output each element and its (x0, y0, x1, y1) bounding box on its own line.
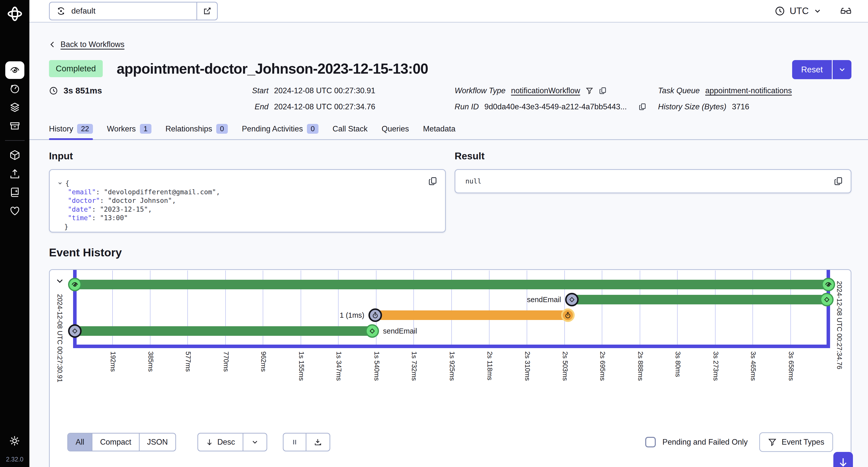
start-value: 2024-12-08 UTC 00:27:30.91 (274, 86, 375, 95)
tab-metadata[interactable]: Metadata (423, 124, 455, 139)
start-time: Start 2024-12-08 UTC 00:27:30.91 (244, 86, 375, 95)
namespace-open-button[interactable] (196, 2, 217, 20)
time-axis-tick-label: 3s 465ms (749, 351, 757, 381)
timeline-bar-sendEmail-1 (75, 326, 372, 336)
event-marker-eye-icon[interactable] (68, 278, 82, 291)
labs-mode-button[interactable] (840, 5, 852, 17)
copy-icon[interactable] (639, 103, 647, 111)
tab-count-badge: 0 (307, 124, 318, 134)
tab-workers[interactable]: Workers1 (107, 124, 151, 139)
collapse-chevron-icon[interactable] (57, 180, 63, 186)
filter-funnel-icon (768, 438, 777, 446)
sidebar-item-workflows[interactable] (5, 61, 24, 79)
event-marker-diamond-icon[interactable] (565, 293, 579, 307)
timeline-row-label: 1 (1ms) (340, 311, 364, 319)
time-axis-tick-label: 1s 732ms (410, 351, 418, 381)
chevron-down-icon (813, 7, 822, 15)
view-mode-compact[interactable]: Compact (92, 434, 140, 451)
namespace-selector: default (49, 2, 218, 20)
timeline-collapse-chevron-icon[interactable] (55, 276, 65, 286)
tab-label: History (49, 124, 73, 134)
sort-desc-button[interactable]: Desc (198, 434, 243, 451)
result-value: null (465, 177, 482, 186)
arrow-down-icon (838, 457, 848, 467)
playback-export-control (283, 433, 330, 451)
sidebar-item-docs[interactable] (5, 183, 24, 201)
sidebar-item-feedback[interactable] (5, 202, 24, 220)
event-marker-stopwatch-icon[interactable] (561, 309, 575, 322)
view-mode-json[interactable]: JSON (140, 434, 176, 451)
input-result-section: Input {"email": "devolopdifferent@gmail.… (49, 151, 851, 233)
upload-icon (9, 168, 21, 179)
workflow-metadata: 3s 851ms Start 2024-12-08 UTC 00:27:30.9… (49, 85, 851, 119)
sort-options-caret[interactable] (243, 434, 267, 451)
tab-call-stack[interactable]: Call Stack (333, 124, 368, 139)
reset-button[interactable]: Reset (792, 60, 832, 79)
event-marker-eye-icon[interactable] (822, 278, 835, 291)
json-key: "doctor" (68, 197, 100, 204)
time-axis-tick-label: 2s 695ms (598, 351, 606, 381)
chevron-down-icon (251, 438, 259, 446)
status-badge: Completed (49, 60, 103, 77)
tab-label: Pending Activities (242, 124, 303, 134)
pause-button[interactable] (284, 434, 306, 451)
cube-icon (9, 149, 21, 161)
json-value: : "2023-12-15", (92, 205, 152, 213)
event-marker-diamond-icon[interactable] (366, 324, 379, 338)
sidebar-item-namespaces[interactable] (5, 146, 24, 164)
end-time: End 2024-12-08 UTC 00:27:34.76 (244, 102, 375, 111)
event-history-timeline-panel: 192ms385ms577ms770ms962ms1s 155ms1s 347m… (49, 269, 851, 467)
sidebar-item-deployments[interactable] (5, 98, 24, 116)
time-axis-tick-label: 962ms (259, 351, 267, 372)
time-axis-tick-label: 1s 155ms (298, 351, 305, 381)
event-marker-diamond-icon[interactable] (68, 324, 82, 338)
sort-control: Desc (197, 433, 267, 451)
theme-toggle-sun-icon[interactable] (9, 435, 20, 447)
event-history-title: Event History (49, 246, 851, 259)
sidebar-item-import[interactable] (5, 165, 24, 182)
copy-icon[interactable] (834, 176, 843, 186)
glasses-icon (840, 5, 852, 17)
event-marker-diamond-icon[interactable] (820, 293, 834, 307)
timer-icon (9, 83, 21, 94)
time-axis-tick-label: 2s 310ms (523, 351, 531, 381)
event-marker-stopwatch-icon[interactable] (368, 309, 382, 322)
timezone-selector[interactable]: UTC (775, 6, 822, 16)
back-to-workflows-link[interactable]: Back to Workflows (49, 40, 124, 49)
tab-queries[interactable]: Queries (382, 124, 409, 139)
sidebar-nav-bottom (5, 146, 24, 220)
sidebar-nav-top (5, 61, 24, 135)
external-link-icon (203, 6, 212, 16)
copy-icon[interactable] (428, 176, 437, 186)
sidebar-divider (5, 140, 25, 141)
archive-icon (9, 120, 21, 132)
scroll-to-bottom-button[interactable] (833, 452, 853, 467)
json-key: "email" (68, 188, 96, 196)
copy-icon[interactable] (599, 87, 607, 95)
tab-label: Call Stack (333, 124, 368, 134)
sidebar-item-archive[interactable] (5, 117, 24, 135)
tab-label: Workers (107, 124, 136, 134)
pending-failed-only-label: Pending and Failed Only (662, 438, 748, 447)
time-axis-tick-label: 2s 118ms (486, 351, 494, 380)
filter-funnel-icon[interactable] (586, 87, 593, 94)
tab-relationships[interactable]: Relationships0 (165, 124, 228, 139)
task-queue-link[interactable]: appointment-notifications (705, 86, 792, 95)
main-content: Back to Workflows Completed appointment-… (29, 23, 868, 467)
tab-pending-activities[interactable]: Pending Activities0 (242, 124, 318, 139)
reset-caret-button[interactable] (832, 60, 851, 79)
event-types-filter-button[interactable]: Event Types (759, 432, 833, 452)
json-close-brace: } (56, 223, 435, 231)
pending-failed-only-checkbox[interactable] (645, 437, 656, 447)
time-axis-tick-label: 1s 540ms (373, 351, 380, 381)
download-button[interactable] (306, 434, 330, 451)
result-codebox: null (455, 169, 851, 193)
workflow-type-link[interactable]: notificationWorkflow (511, 86, 580, 95)
sidebar-item-schedules[interactable] (5, 80, 24, 97)
json-key: "time" (68, 214, 92, 222)
timeline-bottom-axis-line (73, 345, 830, 348)
tab-history[interactable]: History22 (49, 124, 93, 139)
tab-label: Queries (382, 124, 409, 134)
namespace-select-button[interactable]: default (50, 2, 196, 20)
view-mode-all[interactable]: All (68, 434, 92, 451)
